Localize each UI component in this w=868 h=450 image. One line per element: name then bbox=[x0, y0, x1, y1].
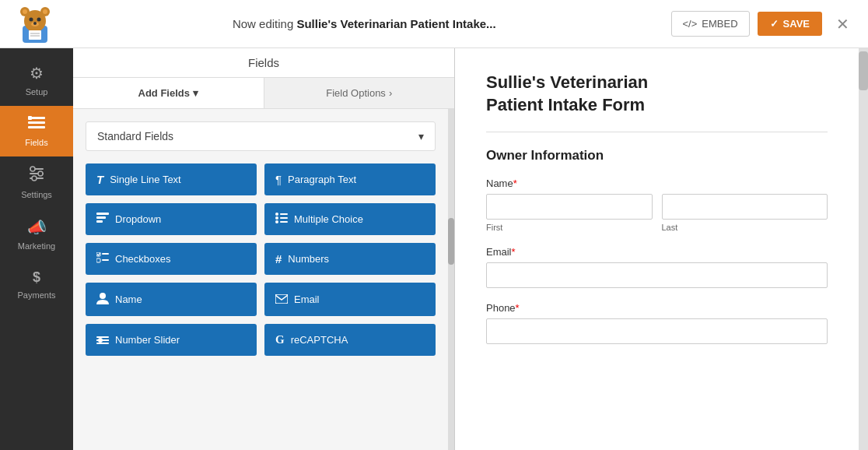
panel-scroll-thumb bbox=[448, 218, 454, 265]
sidebar-label-payments: Payments bbox=[18, 290, 56, 300]
email-icon bbox=[275, 293, 288, 306]
sidebar-label-settings: Settings bbox=[21, 190, 52, 199]
fields-panel-header: Fields bbox=[73, 48, 454, 78]
svg-point-28 bbox=[275, 216, 278, 220]
svg-point-36 bbox=[100, 293, 106, 299]
add-fields-chevron: ▾ bbox=[193, 87, 198, 99]
svg-point-6 bbox=[30, 17, 33, 21]
svg-point-9 bbox=[33, 22, 37, 25]
field-btn-email[interactable]: Email bbox=[264, 283, 436, 316]
multiple-choice-icon bbox=[275, 213, 288, 226]
sidebar-label-marketing: Marketing bbox=[18, 241, 55, 251]
svg-point-21 bbox=[38, 171, 43, 176]
embed-icon: </> bbox=[683, 18, 698, 30]
embed-button[interactable]: </> EMBED bbox=[671, 11, 750, 37]
svg-rect-34 bbox=[96, 258, 100, 262]
svg-point-39 bbox=[98, 338, 103, 343]
editing-label: Now editing bbox=[233, 17, 293, 30]
fields-grid: T Single Line Text ¶ Paragraph Text bbox=[86, 163, 436, 356]
phone-required-asterisk: * bbox=[516, 302, 520, 314]
add-fields-label: Add Fields bbox=[138, 87, 190, 99]
single-line-text-label: Single Line Text bbox=[110, 174, 181, 185]
name-label: Name bbox=[115, 294, 142, 305]
field-btn-single-line-text[interactable]: T Single Line Text bbox=[86, 163, 257, 195]
close-button[interactable]: ✕ bbox=[830, 12, 856, 37]
gear-icon: ⚙ bbox=[30, 64, 44, 83]
sidebar-item-fields[interactable]: Fields bbox=[0, 106, 73, 156]
name-first-col: First bbox=[486, 194, 653, 232]
svg-rect-31 bbox=[280, 221, 288, 223]
save-label: SAVE bbox=[783, 18, 810, 30]
panel-scrollbar[interactable] bbox=[448, 109, 454, 450]
sidebar-label-setup: Setup bbox=[26, 87, 48, 97]
email-label: Email bbox=[294, 294, 320, 305]
checkboxes-label: Checkboxes bbox=[115, 253, 171, 265]
svg-point-4 bbox=[23, 9, 27, 14]
form-preview-scroll-thumb bbox=[859, 51, 868, 90]
bear-icon bbox=[15, 4, 55, 44]
top-bar-actions: </> EMBED ✓ SAVE ✕ bbox=[671, 11, 856, 37]
checkboxes-icon bbox=[96, 252, 109, 265]
field-btn-recaptcha[interactable]: G reCAPTCHA bbox=[264, 324, 436, 356]
svg-point-20 bbox=[30, 167, 35, 171]
svg-rect-14 bbox=[28, 121, 45, 124]
svg-rect-15 bbox=[28, 126, 45, 128]
number-slider-icon bbox=[96, 333, 109, 346]
sidebar-item-marketing[interactable]: 📣 Marketing bbox=[0, 209, 73, 260]
field-btn-name[interactable]: Name bbox=[86, 283, 257, 316]
name-icon bbox=[96, 292, 109, 307]
field-group-email: Email* bbox=[486, 246, 828, 288]
sidebar-item-setup[interactable]: ⚙ Setup bbox=[0, 54, 73, 106]
close-icon: ✕ bbox=[836, 16, 849, 33]
field-group-phone: Phone* bbox=[486, 302, 828, 344]
section-dropdown-label: Standard Fields bbox=[97, 130, 173, 142]
dropdown-icon bbox=[96, 213, 109, 226]
name-row: First Last bbox=[486, 194, 828, 232]
tab-field-options[interactable]: Field Options › bbox=[264, 78, 455, 108]
paragraph-text-icon: ¶ bbox=[275, 173, 282, 186]
form-preview: Sullie's VeterinarianPatient Intake Form… bbox=[454, 48, 859, 450]
svg-point-22 bbox=[32, 176, 37, 181]
panel-title: Fields bbox=[248, 56, 279, 69]
single-line-text-icon: T bbox=[96, 173, 103, 186]
recaptcha-label: reCAPTCHA bbox=[291, 334, 348, 346]
field-btn-checkboxes[interactable]: Checkboxes bbox=[86, 243, 257, 275]
name-last-input[interactable] bbox=[662, 194, 828, 220]
main-layout: ⚙ Setup Fields bbox=[0, 48, 868, 450]
svg-point-5 bbox=[43, 9, 47, 14]
email-input[interactable] bbox=[486, 262, 828, 288]
field-btn-number-slider[interactable]: Number Slider bbox=[86, 324, 257, 356]
field-options-label: Field Options bbox=[326, 87, 386, 99]
numbers-label: Numbers bbox=[288, 253, 329, 265]
form-preview-container: Sullie's VeterinarianPatient Intake Form… bbox=[454, 48, 868, 450]
form-title: Sullie's VeterinarianPatient Intake Form bbox=[486, 72, 828, 116]
tab-add-fields[interactable]: Add Fields ▾ bbox=[73, 78, 264, 108]
section-owner-info-label: Owner Information bbox=[486, 148, 828, 163]
field-options-chevron: › bbox=[389, 87, 392, 99]
check-icon: ✓ bbox=[770, 18, 779, 30]
standard-fields-dropdown[interactable]: Standard Fields ▾ bbox=[86, 121, 436, 151]
settings-icon bbox=[29, 166, 44, 185]
field-btn-dropdown[interactable]: Dropdown bbox=[86, 203, 257, 235]
top-bar: Now editing Sullie's Veterinarian Patien… bbox=[0, 0, 868, 48]
number-slider-label: Number Slider bbox=[115, 334, 180, 346]
field-btn-paragraph-text[interactable]: ¶ Paragraph Text bbox=[264, 163, 436, 195]
logo bbox=[12, 4, 58, 44]
sidebar-item-settings[interactable]: Settings bbox=[0, 156, 73, 209]
svg-rect-10 bbox=[29, 30, 41, 40]
svg-rect-35 bbox=[102, 259, 109, 261]
field-btn-multiple-choice[interactable]: Multiple Choice bbox=[264, 203, 436, 235]
svg-point-7 bbox=[37, 17, 41, 21]
svg-rect-37 bbox=[275, 294, 288, 304]
svg-rect-16 bbox=[28, 116, 32, 120]
name-first-sublabel: First bbox=[486, 223, 653, 232]
sidebar-item-payments[interactable]: $ Payments bbox=[0, 260, 73, 309]
svg-rect-24 bbox=[96, 216, 106, 219]
svg-rect-40 bbox=[96, 336, 109, 338]
name-first-input[interactable] bbox=[486, 194, 653, 220]
form-preview-scrollbar[interactable] bbox=[859, 48, 868, 450]
form-name: Sullie's Veterinarian Patient Intake... bbox=[296, 17, 495, 30]
field-btn-numbers[interactable]: # Numbers bbox=[264, 243, 436, 275]
save-button[interactable]: ✓ SAVE bbox=[758, 12, 822, 36]
phone-input[interactable] bbox=[486, 318, 828, 344]
